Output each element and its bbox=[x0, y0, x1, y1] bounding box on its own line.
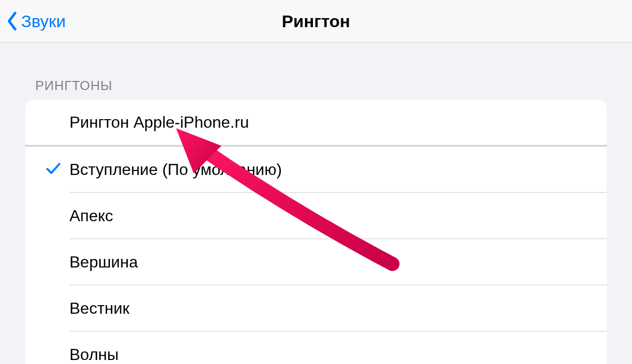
ringtone-label: Волны bbox=[69, 345, 119, 364]
ringtone-item[interactable]: Апекс bbox=[25, 193, 607, 238]
checkmark-icon bbox=[45, 160, 61, 178]
ringtone-item[interactable]: Вершина bbox=[25, 239, 607, 285]
content-area: РИНГТОНЫ Рингтон Apple-iPhone.ru Вступле… bbox=[0, 43, 632, 364]
ringtone-label: Апекс bbox=[69, 207, 113, 225]
page-title: Рингтон bbox=[282, 12, 350, 31]
ringtone-list: Рингтон Apple-iPhone.ru Вступление (По у… bbox=[25, 100, 607, 364]
ringtone-item[interactable]: Волны bbox=[25, 332, 607, 364]
back-label: Звуки bbox=[21, 12, 66, 31]
ringtone-item[interactable]: Вестник bbox=[25, 286, 607, 331]
back-button[interactable]: Звуки bbox=[0, 0, 66, 42]
ringtone-label: Вестник bbox=[69, 299, 129, 318]
ringtone-label: Вступление (По умолчанию) bbox=[69, 160, 282, 179]
ringtone-item-custom[interactable]: Рингтон Apple-iPhone.ru bbox=[25, 100, 607, 145]
check-slot bbox=[45, 160, 69, 178]
navigation-bar: Звуки Рингтон bbox=[0, 0, 632, 43]
chevron-left-icon bbox=[6, 11, 18, 31]
ringtone-item-default[interactable]: Вступление (По умолчанию) bbox=[25, 147, 607, 192]
section-header-ringtones: РИНГТОНЫ bbox=[0, 78, 632, 100]
ringtone-label: Рингтон Apple-iPhone.ru bbox=[69, 113, 249, 132]
ringtone-label: Вершина bbox=[69, 253, 138, 271]
